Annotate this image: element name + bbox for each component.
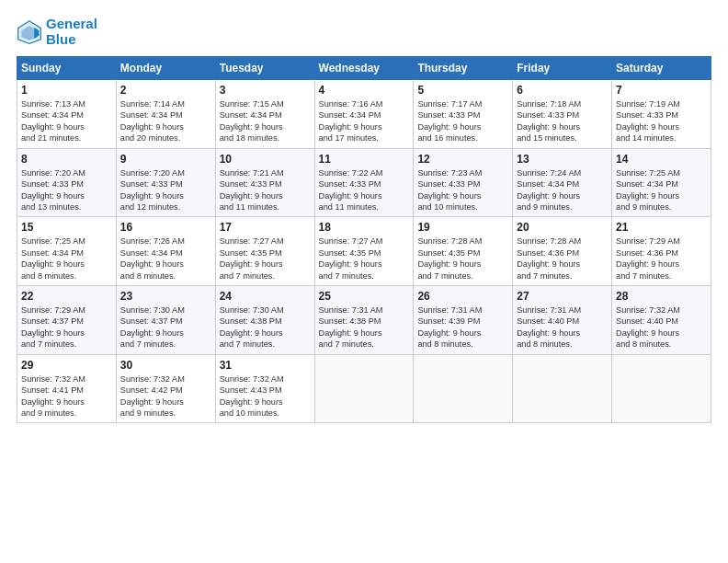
day-info: Sunrise: 7:29 AM Sunset: 4:36 PM Dayligh… [616,236,707,282]
calendar-cell [513,354,612,423]
day-number: 15 [21,221,112,234]
calendar-cell: 15Sunrise: 7:25 AM Sunset: 4:34 PM Dayli… [17,217,117,286]
day-number: 6 [517,84,608,97]
calendar-cell: 27Sunrise: 7:31 AM Sunset: 4:40 PM Dayli… [513,286,612,355]
calendar-cell: 25Sunrise: 7:31 AM Sunset: 4:38 PM Dayli… [314,286,414,355]
day-number: 23 [120,290,211,303]
weekday-header-thursday: Thursday [414,57,513,80]
weekday-header-monday: Monday [116,57,215,80]
day-info: Sunrise: 7:25 AM Sunset: 4:34 PM Dayligh… [21,236,112,282]
day-info: Sunrise: 7:31 AM Sunset: 4:40 PM Dayligh… [517,304,608,350]
day-info: Sunrise: 7:31 AM Sunset: 4:38 PM Dayligh… [319,304,410,350]
calendar-cell: 2Sunrise: 7:14 AM Sunset: 4:34 PM Daylig… [116,80,215,149]
day-number: 18 [319,221,410,234]
page: General Blue SundayMondayTuesdayWednesda… [0,0,728,563]
day-info: Sunrise: 7:24 AM Sunset: 4:34 PM Dayligh… [517,167,608,213]
calendar-cell: 26Sunrise: 7:31 AM Sunset: 4:39 PM Dayli… [414,286,513,355]
calendar-cell: 6Sunrise: 7:18 AM Sunset: 4:33 PM Daylig… [513,80,612,149]
calendar-week-row: 1Sunrise: 7:13 AM Sunset: 4:34 PM Daylig… [17,80,711,149]
day-number: 31 [220,359,311,372]
logo-icon [17,19,42,45]
calendar-week-row: 8Sunrise: 7:20 AM Sunset: 4:33 PM Daylig… [17,148,711,217]
calendar-cell: 1Sunrise: 7:13 AM Sunset: 4:34 PM Daylig… [17,80,117,149]
day-info: Sunrise: 7:27 AM Sunset: 4:35 PM Dayligh… [220,236,311,282]
day-info: Sunrise: 7:30 AM Sunset: 4:38 PM Dayligh… [220,304,311,350]
day-info: Sunrise: 7:28 AM Sunset: 4:36 PM Dayligh… [517,236,608,282]
day-number: 2 [120,84,211,97]
day-info: Sunrise: 7:20 AM Sunset: 4:33 PM Dayligh… [120,167,211,213]
day-number: 14 [616,153,707,166]
day-number: 5 [417,84,508,97]
day-info: Sunrise: 7:30 AM Sunset: 4:37 PM Dayligh… [120,304,211,350]
calendar-cell: 17Sunrise: 7:27 AM Sunset: 4:35 PM Dayli… [215,217,314,286]
day-number: 25 [319,290,410,303]
calendar-cell: 21Sunrise: 7:29 AM Sunset: 4:36 PM Dayli… [612,217,711,286]
calendar-cell: 23Sunrise: 7:30 AM Sunset: 4:37 PM Dayli… [116,286,215,355]
calendar-cell: 5Sunrise: 7:17 AM Sunset: 4:33 PM Daylig… [414,80,513,149]
day-number: 9 [120,153,211,166]
day-info: Sunrise: 7:32 AM Sunset: 4:41 PM Dayligh… [21,373,112,419]
calendar-cell: 30Sunrise: 7:32 AM Sunset: 4:42 PM Dayli… [116,354,215,423]
day-info: Sunrise: 7:22 AM Sunset: 4:33 PM Dayligh… [319,167,410,213]
day-number: 28 [616,290,707,303]
calendar-cell: 18Sunrise: 7:27 AM Sunset: 4:35 PM Dayli… [314,217,414,286]
calendar-cell: 29Sunrise: 7:32 AM Sunset: 4:41 PM Dayli… [17,354,117,423]
day-info: Sunrise: 7:29 AM Sunset: 4:37 PM Dayligh… [21,304,112,350]
calendar-cell [314,354,414,423]
calendar-cell: 12Sunrise: 7:23 AM Sunset: 4:33 PM Dayli… [414,148,513,217]
calendar-cell: 10Sunrise: 7:21 AM Sunset: 4:33 PM Dayli… [215,148,314,217]
day-number: 7 [616,84,707,97]
calendar-cell: 19Sunrise: 7:28 AM Sunset: 4:35 PM Dayli… [414,217,513,286]
day-info: Sunrise: 7:18 AM Sunset: 4:33 PM Dayligh… [517,98,608,144]
day-info: Sunrise: 7:16 AM Sunset: 4:34 PM Dayligh… [319,98,410,144]
day-number: 1 [21,84,112,97]
calendar-cell: 8Sunrise: 7:20 AM Sunset: 4:33 PM Daylig… [17,148,117,217]
calendar-week-row: 29Sunrise: 7:32 AM Sunset: 4:41 PM Dayli… [17,354,711,423]
weekday-header-wednesday: Wednesday [314,57,414,80]
weekday-header-friday: Friday [513,57,612,80]
calendar-cell: 11Sunrise: 7:22 AM Sunset: 4:33 PM Dayli… [314,148,414,217]
day-number: 22 [21,290,112,303]
day-number: 29 [21,359,112,372]
day-number: 13 [517,153,608,166]
day-info: Sunrise: 7:32 AM Sunset: 4:40 PM Dayligh… [616,304,707,350]
calendar-cell: 22Sunrise: 7:29 AM Sunset: 4:37 PM Dayli… [17,286,117,355]
calendar-cell [414,354,513,423]
weekday-header-row: SundayMondayTuesdayWednesdayThursdayFrid… [17,57,711,80]
day-number: 16 [120,221,211,234]
day-info: Sunrise: 7:31 AM Sunset: 4:39 PM Dayligh… [417,304,508,350]
day-info: Sunrise: 7:19 AM Sunset: 4:33 PM Dayligh… [616,98,707,144]
day-number: 17 [220,221,311,234]
calendar-cell: 9Sunrise: 7:20 AM Sunset: 4:33 PM Daylig… [116,148,215,217]
calendar-week-row: 22Sunrise: 7:29 AM Sunset: 4:37 PM Dayli… [17,286,711,355]
day-number: 11 [319,153,410,166]
logo-general: General [46,16,97,31]
day-info: Sunrise: 7:13 AM Sunset: 4:34 PM Dayligh… [21,98,112,144]
day-info: Sunrise: 7:25 AM Sunset: 4:34 PM Dayligh… [616,167,707,213]
calendar-cell: 13Sunrise: 7:24 AM Sunset: 4:34 PM Dayli… [513,148,612,217]
day-info: Sunrise: 7:26 AM Sunset: 4:34 PM Dayligh… [120,236,211,282]
day-info: Sunrise: 7:32 AM Sunset: 4:42 PM Dayligh… [120,373,211,419]
logo-text: General Blue [46,17,97,47]
day-number: 30 [120,359,211,372]
day-number: 3 [220,84,311,97]
day-number: 27 [517,290,608,303]
day-info: Sunrise: 7:32 AM Sunset: 4:43 PM Dayligh… [220,373,311,419]
day-number: 26 [417,290,508,303]
day-number: 10 [220,153,311,166]
calendar-cell: 3Sunrise: 7:15 AM Sunset: 4:34 PM Daylig… [215,80,314,149]
calendar-cell [612,354,711,423]
day-number: 21 [616,221,707,234]
header: General Blue [17,17,711,47]
calendar-cell: 28Sunrise: 7:32 AM Sunset: 4:40 PM Dayli… [612,286,711,355]
day-info: Sunrise: 7:23 AM Sunset: 4:33 PM Dayligh… [417,167,508,213]
weekday-header-saturday: Saturday [612,57,711,80]
calendar-cell: 14Sunrise: 7:25 AM Sunset: 4:34 PM Dayli… [612,148,711,217]
weekday-header-tuesday: Tuesday [215,57,314,80]
day-number: 8 [21,153,112,166]
day-info: Sunrise: 7:17 AM Sunset: 4:33 PM Dayligh… [417,98,508,144]
day-number: 4 [319,84,410,97]
day-info: Sunrise: 7:21 AM Sunset: 4:33 PM Dayligh… [220,167,311,213]
weekday-header-sunday: Sunday [17,57,117,80]
logo-blue: Blue [46,31,76,47]
